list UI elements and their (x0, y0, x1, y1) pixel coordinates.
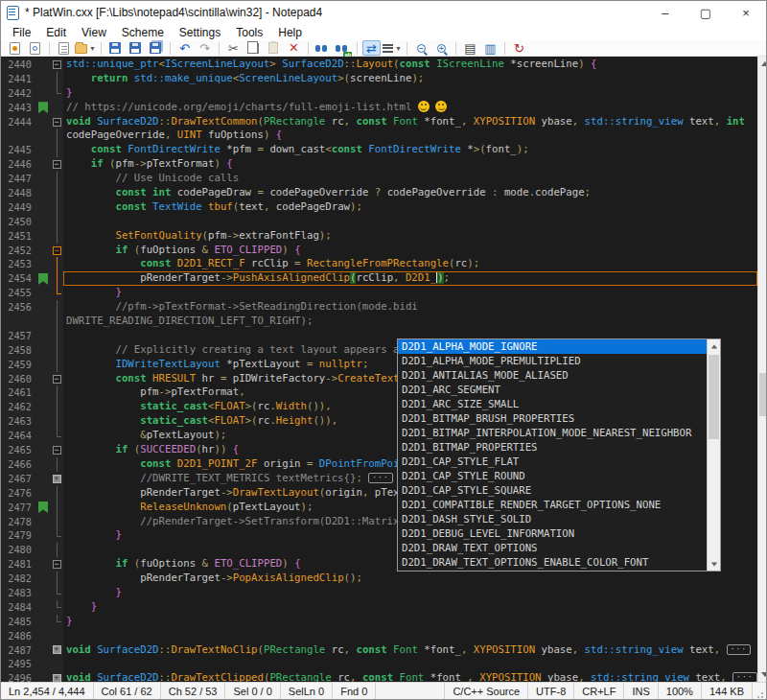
fold-expand-icon[interactable]: + (53, 645, 61, 654)
code-line[interactable]: 2443// https://unicode.org/emoji/charts/… (1, 101, 757, 115)
fold-margin[interactable] (50, 515, 63, 529)
code-line[interactable]: DWRITE_READING_DIRECTION_LEFT_TO_RIGHT); (1, 315, 757, 329)
autocomplete-item[interactable]: D2D1_BITMAP_INTERPOLATION_MODE_NEAREST_N… (398, 426, 707, 440)
code-line[interactable]: 2451 SetFontQuality(pfm->extraFontFlag); (1, 229, 757, 244)
code-line[interactable]: 2485} (1, 615, 757, 629)
fold-margin[interactable] (50, 101, 63, 115)
autocomplete-item[interactable]: D2D1_ARC_SIZE_SMALL (398, 397, 707, 411)
fold-margin[interactable] (50, 400, 63, 414)
marker-margin[interactable] (37, 186, 50, 200)
code-line[interactable]: 2445 const FontDirectWrite *pfm = down_c… (1, 143, 757, 157)
delete-button[interactable]: × (285, 40, 303, 56)
marker-margin[interactable] (37, 671, 50, 682)
autocomplete-item[interactable]: D2D1_DEBUG_LEVEL_INFORMATION (398, 526, 707, 541)
fold-collapse-icon[interactable]: − (53, 375, 61, 384)
code-line[interactable]: 2452− if (fuOptions & ETO_CLIPPED) { (1, 244, 757, 258)
marker-margin[interactable] (37, 128, 50, 143)
autocomplete-scrollbar[interactable] (707, 339, 720, 571)
marker-margin[interactable] (37, 244, 50, 258)
fold-collapse-icon[interactable]: − (53, 446, 61, 455)
marker-margin[interactable] (37, 143, 50, 157)
marker-margin[interactable] (37, 86, 50, 101)
code-text[interactable]: } (63, 586, 757, 600)
new-file-button[interactable] (55, 40, 73, 56)
autocomplete-item[interactable]: D2D1_BITMAP_PROPERTIES (398, 440, 707, 455)
marker-margin[interactable] (37, 501, 50, 515)
code-text[interactable]: std::unique_ptr<IScreenLineLayout> Surfa… (63, 58, 757, 72)
marker-margin[interactable] (37, 343, 50, 358)
code-text[interactable]: // https://unicode.org/emoji/charts/full… (63, 101, 757, 115)
redo-button[interactable]: ↷ (196, 40, 214, 56)
marker-margin[interactable] (37, 572, 50, 586)
code-text[interactable]: //pfm->pTextFormat->SetReadingDirection(… (63, 300, 757, 315)
code-text[interactable]: SetFontQuality(pfm->extraFontFlag); (63, 229, 757, 244)
fold-margin[interactable] (50, 414, 63, 429)
browse-folder-button[interactable] (26, 40, 44, 56)
fold-ellipsis-icon[interactable]: ··· (727, 644, 751, 655)
code-text[interactable]: const TextWide tbuf(text, codePageDraw); (63, 200, 757, 215)
code-line[interactable]: 2453 const D2D1_RECT_F rcClip = Rectangl… (1, 257, 757, 271)
marker-margin[interactable] (37, 229, 50, 244)
code-text[interactable]: return std::make_unique<ScreenLineLayout… (63, 72, 757, 86)
code-line[interactable]: 2447 // Use Unicode calls (1, 172, 757, 186)
code-line[interactable]: 2441 return std::make_unique<ScreenLineL… (1, 72, 757, 86)
maximize-button[interactable]: ▢ (686, 1, 726, 24)
code-text[interactable] (63, 215, 757, 229)
fold-margin[interactable] (50, 143, 63, 157)
fold-margin[interactable] (50, 615, 63, 629)
marker-margin[interactable] (37, 615, 50, 629)
find-button[interactable] (314, 40, 332, 56)
fold-margin[interactable]: − (50, 372, 63, 386)
marker-margin[interactable] (37, 315, 50, 329)
close-button[interactable]: × (726, 1, 766, 24)
autocomplete-item[interactable]: D2D1_ALPHA_MODE_IGNORE (398, 339, 707, 354)
autocomplete-item[interactable]: D2D1_BITMAP_BRUSH_PROPERTIES (398, 411, 707, 426)
status-segment[interactable]: Ln 2,454 / 4,444 (1, 683, 94, 699)
line-numbers-button[interactable]: ▤ (461, 40, 479, 56)
scroll-down-icon[interactable] (758, 667, 766, 682)
marker-margin[interactable] (37, 200, 50, 215)
fold-margin[interactable] (50, 257, 63, 271)
fold-margin[interactable]: − (50, 157, 63, 172)
fold-ellipsis-icon[interactable]: ··· (732, 672, 756, 682)
fold-collapse-icon[interactable]: − (53, 60, 61, 69)
autocomplete-item[interactable]: D2D1_DASH_STYLE_SOLID (398, 512, 707, 526)
fold-margin[interactable] (50, 286, 63, 300)
marker-margin[interactable] (37, 557, 50, 572)
status-segment[interactable]: INS (624, 683, 658, 699)
fold-expand-icon[interactable]: + (53, 674, 61, 682)
code-line[interactable]: 2455 } (1, 286, 757, 300)
scrollbar-thumb[interactable] (759, 373, 766, 416)
marker-margin[interactable] (37, 271, 50, 286)
fold-margin[interactable] (50, 186, 63, 200)
marker-margin[interactable] (37, 629, 50, 643)
autocomplete-item[interactable]: D2D1_DRAW_TEXT_OPTIONS (398, 541, 707, 555)
marker-margin[interactable] (37, 358, 50, 372)
code-text[interactable]: void SurfaceD2D::DrawTextClipped(PRectan… (63, 671, 757, 682)
code-line[interactable]: 2456 //pfm->pTextFormat->SetReadingDirec… (1, 300, 757, 315)
reload-button[interactable]: ↻ (510, 40, 528, 56)
code-line[interactable]: codePageOverride, UINT fuOptions) { (1, 128, 757, 143)
autocomplete-item[interactable]: D2D1_COMPATIBLE_RENDER_TARGET_OPTIONS_NO… (398, 498, 707, 512)
fold-margin[interactable] (50, 358, 63, 372)
marker-margin[interactable] (37, 257, 50, 271)
fold-margin[interactable] (50, 315, 63, 329)
fold-margin[interactable] (50, 343, 63, 358)
code-line[interactable]: 2484 } (1, 600, 757, 615)
code-text[interactable]: if (pfm->pTextFormat) { (63, 157, 757, 172)
marker-margin[interactable] (37, 657, 50, 671)
menu-item-help[interactable]: Help (270, 26, 310, 39)
code-line[interactable]: 2487+void SurfaceD2D::DrawTextNoClip(PRe… (1, 643, 757, 658)
fold-margin[interactable]: + (50, 472, 63, 486)
marker-margin[interactable] (37, 643, 50, 658)
zoom-in-button[interactable]: + (432, 40, 451, 56)
status-segment[interactable]: Col 61 / 62 (94, 683, 161, 699)
marker-margin[interactable] (37, 543, 50, 557)
fold-margin[interactable] (50, 385, 63, 400)
autocomplete-item[interactable]: D2D1_CAP_STYLE_SQUARE (398, 483, 707, 498)
code-line[interactable]: 2495 (1, 657, 757, 671)
code-text[interactable]: } (63, 86, 757, 101)
save-as-button[interactable] (127, 40, 145, 56)
code-text[interactable]: pRenderTarget->PopAxisAlignedClip(); (63, 572, 757, 586)
minimize-button[interactable]: – (645, 1, 686, 24)
